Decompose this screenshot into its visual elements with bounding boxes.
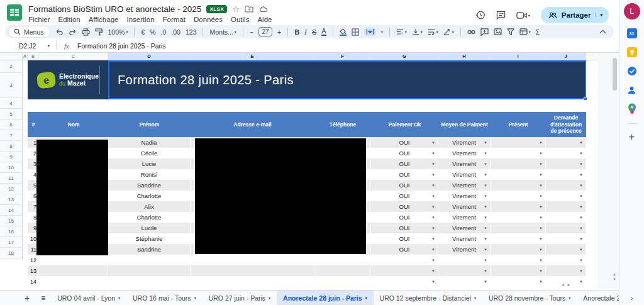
cell-present[interactable]: ▼ (491, 276, 546, 287)
dropdown-arrow-icon[interactable]: ▼ (579, 226, 583, 230)
cell-email[interactable] (191, 276, 314, 287)
cell-attestation[interactable]: ▼ (546, 212, 586, 223)
formula-input[interactable]: Formation 28 juin 2025 - Paris (77, 42, 166, 50)
menus-search-button[interactable]: Menus (9, 26, 50, 37)
tab-menu-arrow[interactable]: ▾ (269, 296, 270, 300)
column-header-b[interactable]: B (28, 53, 39, 60)
cell-attestation[interactable]: ▼ (546, 233, 586, 244)
dropdown-arrow-icon[interactable]: ▼ (431, 280, 435, 284)
cell-moyen[interactable]: Virement▼ (438, 191, 491, 201)
decrease-decimals-button[interactable]: .0 (161, 28, 167, 36)
dropdown-arrow-icon[interactable]: ▼ (539, 184, 543, 187)
cell-moyen[interactable]: Virement▼ (438, 169, 491, 180)
dropdown-arrow-icon[interactable]: ▼ (484, 152, 487, 155)
dropdown-arrow-icon[interactable]: ▼ (431, 141, 435, 145)
row-header[interactable]: 17 (0, 237, 23, 248)
cell-moyen[interactable]: Virement▼ (438, 180, 491, 191)
cell-present[interactable]: ▼ (491, 201, 546, 212)
cell-present[interactable]: ▼ (491, 255, 546, 265)
dropdown-arrow-icon[interactable]: ▼ (484, 248, 487, 252)
cell-attestation[interactable]: ▼ (546, 265, 586, 276)
cell-paiement[interactable]: OUI▼ (371, 191, 438, 201)
version-history-icon[interactable] (475, 10, 486, 20)
dropdown-arrow-icon[interactable]: ▼ (484, 173, 487, 177)
header-paiement[interactable]: Paiement Ok (371, 112, 438, 137)
name-box[interactable]: D2:J2 (19, 42, 48, 50)
cell-paiement[interactable]: OUI▼ (371, 148, 438, 158)
dropdown-arrow-icon[interactable]: ▼ (431, 173, 435, 177)
fill-color-button[interactable] (340, 28, 347, 36)
row-header[interactable]: 8 (0, 141, 23, 152)
cell-attestation[interactable]: ▼ (546, 244, 586, 255)
dropdown-arrow-icon[interactable]: ▼ (431, 237, 435, 241)
dropdown-arrow-icon[interactable]: ▼ (484, 141, 487, 145)
dropdown-arrow-icon[interactable]: ▼ (579, 237, 583, 241)
dropdown-arrow-icon[interactable]: ▼ (484, 269, 487, 273)
cell-prenom[interactable]: Nadia (108, 137, 191, 148)
dropdown-arrow-icon[interactable]: ▼ (539, 141, 543, 145)
decrease-font-size-button[interactable]: − (250, 28, 253, 36)
italic-button[interactable]: I (304, 28, 307, 36)
sheet-banner[interactable]: e Electronique du Mazet Formation 28 jui… (28, 60, 586, 99)
cell-moyen[interactable]: Virement▼ (438, 148, 491, 158)
cell-attestation[interactable]: ▼ (546, 169, 586, 180)
row-header[interactable]: 5 (0, 109, 23, 119)
dropdown-arrow-icon[interactable]: ▼ (484, 226, 487, 230)
tab-menu-arrow[interactable]: ▾ (365, 296, 367, 300)
tab-menu-arrow[interactable]: ▾ (194, 296, 196, 300)
table-views-button[interactable]: ▾ (519, 28, 531, 35)
calendar-icon[interactable]: 31 (627, 28, 637, 38)
cell-moyen[interactable]: ▼ (438, 265, 491, 276)
cell-present[interactable]: ▼ (491, 148, 546, 158)
share-dropdown-arrow[interactable]: ▾ (595, 13, 602, 18)
header-prenom[interactable]: Prénom (108, 112, 191, 137)
functions-button[interactable]: Σ (536, 28, 540, 36)
cell-prenom[interactable] (108, 276, 191, 287)
all-sheets-button[interactable]: ≡ (35, 291, 51, 305)
cell-moyen[interactable]: Virement▼ (438, 244, 491, 255)
row-header[interactable]: 13 (0, 194, 23, 205)
create-filter-button[interactable] (507, 28, 514, 35)
dropdown-arrow-icon[interactable]: ▼ (431, 258, 435, 262)
text-wrap-button[interactable]: ▾ (428, 29, 438, 35)
menu-insertion[interactable]: Insertion (126, 16, 154, 23)
contacts-icon[interactable] (627, 85, 637, 95)
vertical-align-button[interactable]: ▾ (412, 28, 423, 35)
dropdown-arrow-icon[interactable]: ▼ (539, 194, 543, 198)
dropdown-arrow-icon[interactable]: ▼ (484, 258, 487, 262)
text-color-button[interactable]: A (321, 28, 326, 36)
paint-format-icon[interactable] (95, 28, 103, 36)
cell-moyen[interactable]: Virement▼ (438, 137, 491, 148)
cell-attestation[interactable]: ▼ (546, 137, 586, 148)
cell-moyen[interactable]: Virement▼ (438, 212, 491, 223)
cell-present[interactable]: ▼ (491, 169, 546, 180)
header-present[interactable]: Présent (491, 112, 546, 137)
cell-paiement[interactable]: OUI▼ (371, 223, 438, 233)
meet-button[interactable]: ▾ (516, 11, 530, 19)
cell-paiement[interactable]: OUI▼ (371, 137, 438, 148)
header-attestation[interactable]: Demande d'attestation de présence (546, 112, 586, 137)
cell-moyen[interactable]: ▼ (438, 255, 491, 265)
row-header[interactable]: 14 (0, 205, 23, 216)
dropdown-arrow-icon[interactable]: ▼ (579, 280, 583, 284)
insert-image-button[interactable] (494, 28, 502, 35)
column-header-i[interactable]: I (491, 53, 546, 60)
cell-telephone[interactable] (314, 265, 371, 276)
zoom-control[interactable]: 100% ▾ (108, 28, 128, 36)
header-num[interactable]: # (28, 112, 39, 137)
increase-font-size-button[interactable]: + (277, 28, 281, 36)
dropdown-arrow-icon[interactable]: ▼ (579, 216, 583, 219)
sheet-tab[interactable]: URO 27 juin - Paris▾ (203, 291, 277, 305)
cell-prenom[interactable]: Sandrine (108, 180, 191, 191)
column-header-f[interactable]: F (314, 53, 371, 60)
cell-attestation[interactable]: ▼ (546, 191, 586, 201)
sheet-tab[interactable]: URO 28 novembre - Tours▾ (482, 291, 577, 305)
dropdown-arrow-icon[interactable]: ▼ (431, 248, 435, 252)
cell-num[interactable]: 14 (28, 276, 39, 287)
cell-present[interactable]: ▼ (491, 244, 546, 255)
header-nom[interactable]: Nom (39, 112, 108, 137)
cell-email[interactable] (191, 265, 314, 276)
dropdown-arrow-icon[interactable]: ▼ (539, 258, 543, 262)
insert-comment-button[interactable] (480, 28, 489, 36)
cell-attestation[interactable]: ▼ (546, 223, 586, 233)
